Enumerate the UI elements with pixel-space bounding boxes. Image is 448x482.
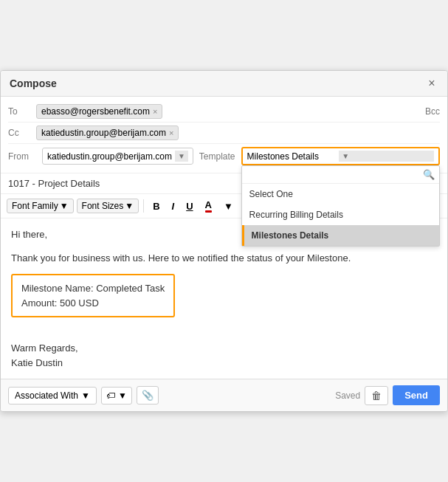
to-recipient-email: ebasso@rogersbenefit.com bbox=[41, 106, 150, 117]
cc-label: Cc bbox=[8, 128, 36, 138]
delete-icon: 🗑 bbox=[371, 390, 382, 402]
from-template-row: From katiedustin.group@berijam.com ▼ Tem… bbox=[8, 144, 440, 168]
font-family-arrow: ▼ bbox=[60, 201, 69, 211]
cc-recipient-email: katiedustin.group@berijam.com bbox=[41, 128, 166, 138]
template-option-select-one[interactable]: Select One bbox=[242, 184, 439, 204]
attach-icon: 📎 bbox=[142, 390, 154, 401]
amount-line: Amount: 500 USD bbox=[21, 296, 165, 311]
font-family-button[interactable]: Font Family ▼ bbox=[7, 199, 74, 213]
milestone-name-label: Milestone Name: bbox=[21, 283, 94, 294]
font-sizes-button[interactable]: Font Sizes ▼ bbox=[77, 199, 139, 213]
footer-right: Saved 🗑 Send bbox=[335, 385, 440, 405]
footer-bar: Associated With ▼ 🏷 ▼ 📎 Saved 🗑 Send bbox=[1, 379, 447, 411]
italic-button[interactable]: I bbox=[168, 199, 179, 214]
dropdown-font-color[interactable]: ▼ bbox=[219, 199, 238, 214]
to-recipient-tag[interactable]: ebasso@rogersbenefit.com × bbox=[36, 104, 162, 119]
font-sizes-label: Font Sizes bbox=[82, 201, 124, 211]
closing: Warm Regards, bbox=[11, 341, 437, 356]
milestone-name-value: Completed Task bbox=[96, 283, 165, 294]
to-row: To ebasso@rogersbenefit.com × Bcc bbox=[8, 101, 440, 123]
signature: Katie Dustin bbox=[11, 356, 437, 371]
attach-button[interactable]: 📎 bbox=[137, 386, 159, 404]
amount-label: Amount: bbox=[21, 297, 57, 309]
from-value: katiedustin.group@berijam.com bbox=[47, 151, 172, 162]
tag-arrow-icon: ▼ bbox=[118, 390, 127, 401]
template-dropdown-arrow: ▼ bbox=[339, 151, 434, 162]
tag-button[interactable]: 🏷 ▼ bbox=[101, 387, 132, 404]
font-color-bar bbox=[205, 210, 212, 213]
from-dropdown-arrow: ▼ bbox=[175, 151, 188, 162]
milestone-box: Milestone Name: Completed Task Amount: 5… bbox=[11, 274, 175, 317]
milestone-name-line: Milestone Name: Completed Task bbox=[21, 281, 165, 296]
footer-left: Associated With ▼ 🏷 ▼ 📎 bbox=[8, 386, 159, 404]
underline-button[interactable]: U bbox=[182, 199, 197, 214]
toolbar-sep-1 bbox=[143, 199, 144, 213]
template-value: Milestones Details bbox=[247, 151, 337, 162]
cc-field: katiedustin.group@berijam.com × bbox=[36, 125, 440, 140]
tag-icon: 🏷 bbox=[106, 390, 115, 401]
search-icon: 🔍 bbox=[423, 169, 435, 180]
compose-window: Compose × To ebasso@rogersbenefit.com × … bbox=[0, 70, 448, 412]
body-paragraph: Thank you for business with us. Here to … bbox=[11, 251, 437, 266]
template-select[interactable]: Milestones Details ▼ bbox=[241, 147, 440, 165]
saved-status: Saved bbox=[335, 390, 360, 401]
from-label: From bbox=[8, 151, 36, 162]
font-sizes-arrow: ▼ bbox=[125, 201, 134, 211]
send-button[interactable]: Send bbox=[393, 385, 440, 405]
template-search-input[interactable] bbox=[247, 170, 423, 180]
cc-recipient-tag[interactable]: katiedustin.group@berijam.com × bbox=[36, 125, 179, 140]
template-search-row: 🔍 bbox=[242, 166, 439, 184]
to-field: ebasso@rogersbenefit.com × bbox=[36, 104, 425, 119]
window-title: Compose bbox=[10, 78, 57, 89]
font-family-label: Font Family bbox=[12, 201, 58, 211]
associated-arrow-icon: ▼ bbox=[81, 390, 90, 401]
header-fields: To ebasso@rogersbenefit.com × Bcc Cc kat… bbox=[1, 97, 447, 173]
from-select[interactable]: katiedustin.group@berijam.com ▼ bbox=[42, 148, 193, 165]
close-button[interactable]: × bbox=[425, 77, 438, 90]
associated-with-button[interactable]: Associated With ▼ bbox=[8, 387, 97, 404]
cc-remove-icon[interactable]: × bbox=[169, 128, 173, 137]
template-popup: 🔍 Select One Recurring Billing Details M… bbox=[241, 165, 440, 247]
cc-row: Cc katiedustin.group@berijam.com × bbox=[8, 123, 440, 144]
title-bar: Compose × bbox=[1, 71, 447, 97]
template-option-milestones[interactable]: Milestones Details bbox=[242, 225, 439, 246]
bcc-button[interactable]: Bcc bbox=[425, 106, 440, 117]
font-color-button[interactable]: A bbox=[201, 197, 216, 215]
delete-button[interactable]: 🗑 bbox=[365, 386, 388, 405]
associated-label: Associated With bbox=[15, 390, 78, 401]
template-option-recurring[interactable]: Recurring Billing Details bbox=[242, 204, 439, 225]
amount-value: 500 USD bbox=[60, 297, 99, 309]
to-label: To bbox=[8, 106, 36, 117]
to-remove-icon[interactable]: × bbox=[153, 107, 157, 116]
template-dropdown-wrapper: Milestones Details ▼ 🔍 Select One Recurr… bbox=[241, 147, 440, 165]
template-label: Template bbox=[199, 151, 235, 162]
bold-button[interactable]: B bbox=[148, 199, 164, 214]
